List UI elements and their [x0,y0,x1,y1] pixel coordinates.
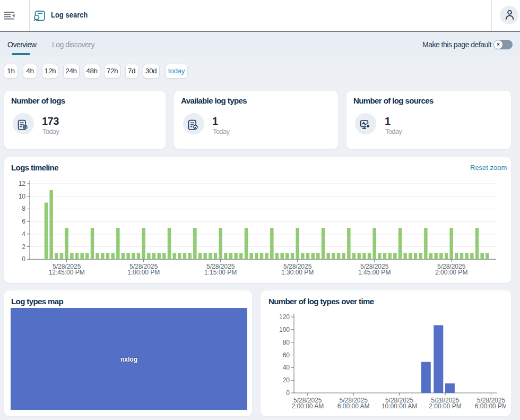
svg-text:2:00:00 AM: 2:00:00 AM [291,402,324,410]
svg-text:10: 10 [19,193,26,200]
svg-text:60: 60 [283,352,290,359]
svg-text:6: 6 [22,218,25,225]
svg-text:4: 4 [22,230,25,238]
svg-text:10:00:00 AM: 10:00:00 AM [382,402,417,410]
svg-text:2:00:00 PM: 2:00:00 PM [435,269,467,276]
svg-text:1:15:00 PM: 1:15:00 PM [204,269,237,276]
svg-text:120: 120 [279,313,290,321]
svg-text:0: 0 [22,255,25,263]
svg-text:2: 2 [22,243,25,251]
svg-text:20: 20 [283,376,290,384]
svg-text:8: 8 [22,205,25,212]
svg-text:80: 80 [283,339,290,346]
svg-text:1:30:00 PM: 1:30:00 PM [281,269,314,276]
svg-text:2:00:00 PM: 2:00:00 PM [429,402,461,410]
svg-text:12: 12 [19,180,26,187]
svg-text:100: 100 [279,326,290,333]
svg-text:40: 40 [283,364,290,371]
svg-text:12:45:00 PM: 12:45:00 PM [49,269,85,276]
svg-text:1:00:00 PM: 1:00:00 PM [127,269,160,276]
svg-text:6:00:00 PM: 6:00:00 PM [475,402,506,410]
svg-text:1:45:00 PM: 1:45:00 PM [358,269,391,276]
svg-text:0: 0 [286,389,290,397]
svg-text:6:00:00 AM: 6:00:00 AM [337,402,370,410]
